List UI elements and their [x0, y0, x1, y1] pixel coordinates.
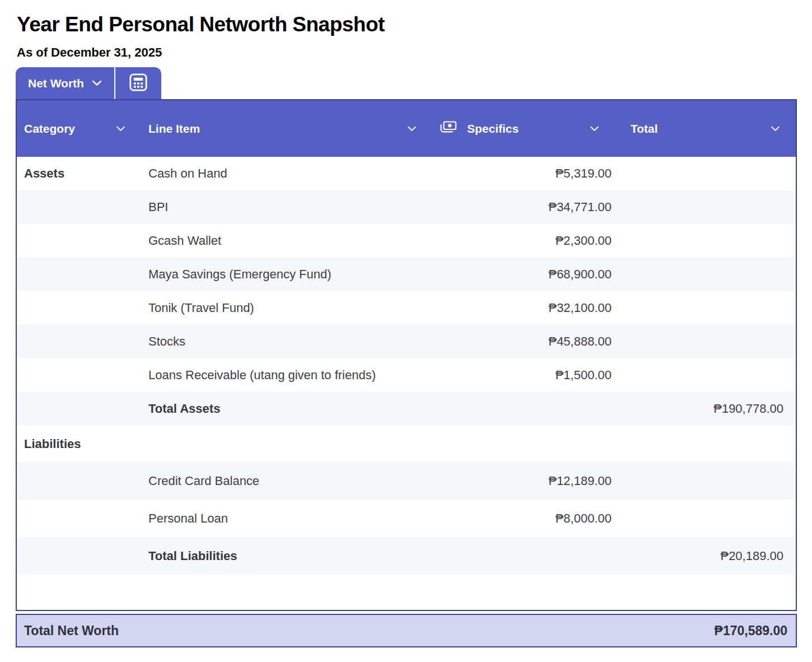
- cell-specifics[interactable]: ₱5,319.00: [432, 166, 615, 181]
- page: Year End Personal Networth Snapshot As o…: [0, 0, 812, 647]
- cell-line-item[interactable]: Tonik (Travel Fund): [141, 301, 432, 315]
- cell-line-item[interactable]: Personal Loan: [141, 511, 432, 526]
- chevron-down-icon[interactable]: [590, 126, 599, 132]
- cell-category[interactable]: Assets: [17, 166, 141, 181]
- cell-line-item[interactable]: Total Liabilities: [141, 549, 432, 563]
- cell-total[interactable]: ₱20,189.00: [615, 549, 796, 563]
- cell-specifics[interactable]: ₱34,771.00: [432, 200, 615, 215]
- chevron-down-icon[interactable]: [771, 126, 780, 132]
- column-header-total-label: Total: [631, 122, 658, 136]
- cash-icon: [440, 121, 457, 137]
- table-row[interactable]: Total Assets ₱190,778.00: [17, 392, 796, 426]
- column-header-line-item[interactable]: Line Item: [141, 100, 432, 157]
- total-net-worth-value: ₱170,589.00: [715, 623, 787, 638]
- cell-line-item[interactable]: Credit Card Balance: [141, 474, 432, 488]
- cell-total[interactable]: ₱190,778.00: [615, 402, 796, 416]
- calculator-icon: [129, 73, 148, 94]
- tab-bar: Net Worth: [16, 67, 178, 99]
- tab-net-worth[interactable]: Net Worth: [16, 67, 114, 99]
- cell-specifics[interactable]: ₱68,900.00: [432, 267, 615, 282]
- table-header-row: Category Line Item: [17, 100, 796, 157]
- table-row[interactable]: Liabilities: [17, 426, 796, 462]
- cell-line-item[interactable]: BPI: [141, 200, 432, 215]
- total-net-worth-bar: Total Net Worth ₱170,589.00: [16, 614, 797, 647]
- cell-line-item[interactable]: Total Assets: [141, 402, 432, 416]
- column-header-category[interactable]: Category: [17, 100, 141, 157]
- table-row[interactable]: BPI ₱34,771.00: [17, 190, 796, 224]
- column-header-total[interactable]: Total: [615, 100, 796, 157]
- chevron-down-icon: [92, 80, 102, 86]
- cell-specifics[interactable]: ₱32,100.00: [432, 301, 615, 315]
- cell-specifics[interactable]: ₱8,000.00: [432, 511, 615, 526]
- table-row[interactable]: Credit Card Balance ₱12,189.00: [17, 462, 796, 500]
- cell-specifics[interactable]: ₱12,189.00: [432, 474, 615, 488]
- networth-table: Category Line Item: [16, 99, 797, 611]
- cell-category[interactable]: Liabilities: [17, 437, 141, 451]
- table-row[interactable]: Loans Receivable (utang given to friends…: [17, 358, 796, 392]
- cell-specifics[interactable]: ₱2,300.00: [432, 234, 615, 248]
- table-row[interactable]: Total Liabilities ₱20,189.00: [17, 537, 796, 575]
- chevron-down-icon[interactable]: [407, 126, 417, 132]
- table-row[interactable]: Tonik (Travel Fund) ₱32,100.00: [17, 291, 796, 325]
- table-row[interactable]: Gcash Wallet ₱2,300.00: [17, 224, 796, 258]
- page-subtitle: As of December 31, 2025: [17, 45, 812, 60]
- cell-line-item[interactable]: Loans Receivable (utang given to friends…: [141, 368, 432, 383]
- cell-line-item[interactable]: Gcash Wallet: [141, 234, 432, 248]
- total-net-worth-label: Total Net Worth: [24, 623, 119, 638]
- table-row[interactable]: Assets Cash on Hand ₱5,319.00: [17, 157, 796, 190]
- table-row[interactable]: Maya Savings (Emergency Fund) ₱68,900.00: [17, 258, 796, 291]
- cell-line-item[interactable]: Cash on Hand: [141, 166, 432, 181]
- column-header-category-label: Category: [24, 122, 75, 136]
- table-row[interactable]: Personal Loan ₱8,000.00: [17, 500, 796, 537]
- column-header-line-item-label: Line Item: [148, 122, 200, 136]
- cell-specifics[interactable]: ₱1,500.00: [432, 368, 615, 383]
- cell-specifics[interactable]: ₱45,888.00: [432, 334, 615, 349]
- page-title: Year End Personal Networth Snapshot: [17, 12, 812, 37]
- tab-calculator[interactable]: [115, 67, 161, 99]
- cell-line-item[interactable]: Stocks: [141, 334, 432, 349]
- column-header-specifics-label: Specifics: [467, 122, 519, 136]
- tab-net-worth-label: Net Worth: [28, 77, 84, 90]
- cell-line-item[interactable]: Maya Savings (Emergency Fund): [141, 267, 432, 282]
- column-header-specifics[interactable]: Specifics: [432, 100, 615, 157]
- chevron-down-icon[interactable]: [116, 126, 125, 132]
- table-row[interactable]: Stocks ₱45,888.00: [17, 325, 796, 358]
- table-row[interactable]: [17, 575, 796, 610]
